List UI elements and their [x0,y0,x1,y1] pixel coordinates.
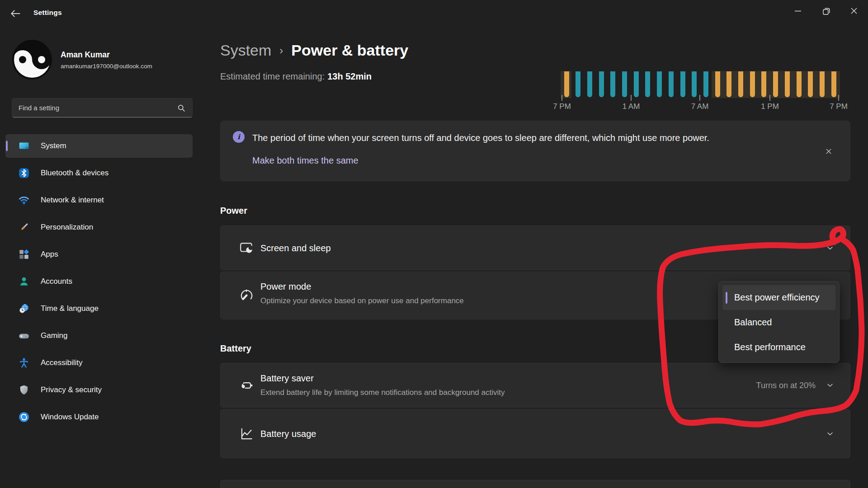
axis-tick [631,95,632,101]
sidebar-nav: SystemBluetooth & devicesNetwork & inter… [5,134,193,432]
option-label: Best power efficiency [734,292,820,303]
breadcrumb-separator: › [279,44,283,57]
battery-bar-normal [599,71,604,97]
power-mode-option-best-performance[interactable]: Best performance [722,335,835,360]
row-description: Optimize your device based on power use … [260,296,464,305]
battery-bar-normal [645,71,650,97]
screen-and-sleep-row[interactable]: Screen and sleep [220,225,850,270]
sidebar-item-label: Bluetooth & devices [41,169,108,178]
sidebar-item-accounts[interactable]: Accounts [5,270,193,293]
sidebar-item-windows-update[interactable]: Windows Update [5,405,193,429]
battery-bar-saver [820,71,825,97]
power-mode-option-balanced[interactable]: Balanced [722,310,835,335]
sidebar-item-system[interactable]: System [5,134,193,158]
user-name: Aman Kumar [61,50,152,60]
battery-saver-value: Turns on at 20% [756,380,816,390]
search-box [12,98,193,117]
battery-usage-row[interactable]: Battery usage [220,409,850,458]
screen-sleep-icon [239,240,254,256]
close-icon [824,146,834,156]
breadcrumb: System › Power & battery [220,42,408,59]
personalization-icon [18,221,30,233]
battery-section-heading: Battery [220,343,251,354]
battery-bar-normal [680,71,685,97]
minimize-button[interactable] [784,0,812,22]
titlebar: Settings [0,0,868,25]
battery-bar-normal [657,71,662,97]
sidebar-item-privacy-security[interactable]: Privacy & security [5,378,193,402]
sidebar-item-label: Personalization [41,223,93,232]
sidebar-item-gaming[interactable]: Gaming [5,324,193,347]
row-label: Battery usage [260,428,316,439]
sidebar-item-label: Time & language [41,304,99,313]
back-arrow-icon [9,7,22,20]
row-label: Power mode [260,282,311,292]
avatar [12,40,52,80]
axis-tick-label: 7 PM [818,102,859,111]
axis-tick [769,95,770,101]
search-icon [174,103,192,113]
selected-indicator [6,141,8,151]
sidebar-item-label: Apps [41,250,58,259]
windows-update-icon [18,411,30,423]
sidebar-item-apps[interactable]: Apps [5,243,193,266]
row-label: Battery saver [260,373,314,384]
account-info[interactable]: Aman Kumar amankumar197000@outlook.com [12,40,193,80]
privacy-icon [18,384,30,396]
sidebar-item-accessibility[interactable]: Accessibility [5,351,193,375]
banner-text: The period of time when your screen turn… [252,133,709,143]
next-row-partial [220,480,850,488]
battery-saver-icon [239,378,254,393]
info-icon: i [233,131,245,143]
chevron-down-icon [826,381,835,390]
power-mode-option-best-power-efficiency[interactable]: Best power efficiency [722,285,835,310]
accessibility-icon [18,357,30,369]
search-input[interactable] [12,104,174,112]
sidebar-item-personalization[interactable]: Personalization [5,216,193,239]
close-button[interactable] [840,0,868,22]
axis-tick [838,95,839,101]
battery-saver-level-select[interactable]: Turns on at 20% [756,380,835,390]
restore-button[interactable] [812,0,840,22]
battery-bar-normal [703,71,708,97]
sidebar-item-label: Privacy & security [41,385,102,394]
user-email: amankumar197000@outlook.com [61,63,152,70]
close-icon [847,4,861,18]
axis-tick-label: 1 AM [611,102,651,111]
banner-close-button[interactable] [821,144,836,159]
sidebar-item-label: Accessibility [41,358,83,367]
accounts-icon [18,276,30,287]
battery-bar-saver [831,71,836,97]
power-mode-icon [239,288,254,303]
back-button[interactable] [7,7,24,20]
chevron-down-icon [826,429,835,438]
sidebar-item-network-internet[interactable]: Network & internet [5,188,193,212]
estimate-value: 13h 52min [327,71,372,81]
selected-indicator [726,292,727,304]
battery-saver-row[interactable]: Battery saver Extend battery life by lim… [220,363,850,408]
axis-tick [561,95,562,101]
battery-bar-normal [692,71,697,97]
sidebar-item-label: System [41,141,66,150]
battery-bar-saver [808,71,813,97]
battery-bar-saver [738,71,743,97]
bluetooth-icon [18,167,30,179]
option-label: Best performance [734,342,806,352]
battery-bar-saver [750,71,755,97]
sidebar-item-label: Windows Update [41,413,99,422]
sidebar-item-bluetooth-devices[interactable]: Bluetooth & devices [5,161,193,185]
row-label: Screen and sleep [260,243,331,253]
banner-link[interactable]: Make both times the same [252,155,359,166]
battery-bar-normal [610,71,615,97]
time-language-icon [18,303,30,314]
option-label: Balanced [734,317,772,328]
network-icon [18,194,30,206]
breadcrumb-system[interactable]: System [220,42,271,59]
sidebar-item-label: Gaming [41,331,68,340]
sidebar-item-time-language[interactable]: Time & language [5,297,193,320]
battery-bar-saver [564,71,569,97]
battery-bar-normal [622,71,627,97]
battery-usage-icon [239,426,254,441]
row-description: Extend battery life by limiting some not… [260,388,505,397]
info-banner: i The period of time when your screen tu… [220,121,850,181]
